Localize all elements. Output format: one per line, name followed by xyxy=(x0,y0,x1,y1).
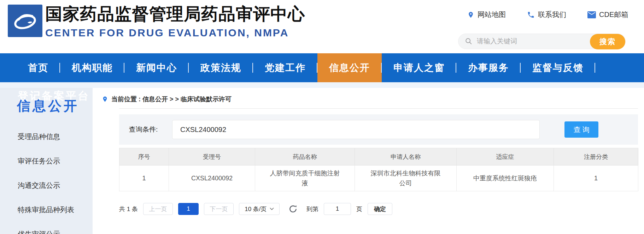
confirm-button[interactable]: 确定 xyxy=(368,203,392,215)
page: 国家药品监督管理局药品审评中心 CENTER FOR DRUG EVALUATI… xyxy=(0,0,644,234)
sidebar-item-accepted-products[interactable]: 受理品种信息 xyxy=(0,125,93,149)
column-header-index: 序号 xyxy=(119,148,169,166)
query-panel: 查询条件: 查 询 xyxy=(119,114,638,145)
cell-drug-name: 人脐带间充质干细胞注射液 xyxy=(255,166,355,191)
sidebar: 登记备案平台 信息公开 受理品种信息 审评任务公示 沟通交流公示 特殊审批品种列… xyxy=(0,88,93,234)
total-count: 共 1 条 xyxy=(119,205,138,213)
map-pin-icon xyxy=(467,11,474,19)
next-page-button[interactable]: 下一页 xyxy=(204,203,234,215)
prev-page-button[interactable]: 上一页 xyxy=(143,203,173,215)
cde-swirl-logo-icon xyxy=(10,7,40,35)
sidebar-menu: 受理品种信息 审评任务公示 沟通交流公示 特殊审批品种列表 优先审评公示 xyxy=(0,125,93,234)
phone-icon xyxy=(527,11,535,19)
nav-item-party-building[interactable]: 党建工作 xyxy=(253,53,317,82)
goto-unit-label: 页 xyxy=(356,205,362,213)
quick-links: 网站地图 联系我们 CDE邮箱 xyxy=(467,10,628,19)
nav-item-home[interactable]: 首页 xyxy=(16,53,60,82)
nav-item-info-disclosure[interactable]: 信息公开 xyxy=(317,53,382,82)
results-table: 序号 受理号 药品名称 申请人名称 适应症 注册分类 1 CXSL2400092… xyxy=(119,148,638,191)
cell-applicant: 深圳市北科生物科技有限公司 xyxy=(355,166,457,191)
header: 国家药品监督管理局药品审评中心 CENTER FOR DRUG EVALUATI… xyxy=(0,0,644,53)
quick-link-contact[interactable]: 联系我们 xyxy=(527,10,566,19)
nav-item-policy[interactable]: 政策法规 xyxy=(189,53,253,82)
sidebar-item-review-tasks[interactable]: 审评任务公示 xyxy=(0,149,93,173)
nav-item-supervision-feedback[interactable]: 监督与反馈 xyxy=(521,53,595,82)
cell-indication: 中重度系统性红斑狼疮 xyxy=(457,166,554,191)
cell-registration-class: 1 xyxy=(554,166,638,191)
current-page-button[interactable]: 1 xyxy=(178,203,199,215)
quick-link-mail[interactable]: CDE邮箱 xyxy=(587,10,628,19)
goto-page-input[interactable] xyxy=(324,203,351,215)
main-nav: 首页 机构职能 新闻中心 政策法规 党建工作 信息公开 申请人之窗 办事服务 监… xyxy=(0,53,644,82)
cde-logo[interactable] xyxy=(8,5,42,37)
quick-link-sitemap[interactable]: 网站地图 xyxy=(467,10,506,19)
query-input[interactable] xyxy=(172,120,540,139)
nav-item-news[interactable]: 新闻中心 xyxy=(124,53,189,82)
column-header-indication: 适应症 xyxy=(457,148,554,166)
table-header-row: 序号 受理号 药品名称 申请人名称 适应症 注册分类 xyxy=(119,148,638,166)
site-title: 国家药品监督管理局药品审评中心 xyxy=(45,4,305,24)
query-button[interactable]: 查 询 xyxy=(564,121,598,138)
sidebar-item-special-approval-list[interactable]: 特殊审批品种列表 xyxy=(0,198,93,222)
cell-index: 1 xyxy=(119,166,169,191)
refresh-icon[interactable] xyxy=(288,204,298,214)
chevron-down-icon xyxy=(270,208,274,210)
content-divider xyxy=(119,108,638,109)
search-button[interactable]: 搜索 xyxy=(590,34,625,49)
page-size-select[interactable]: 10 条/页 xyxy=(239,203,280,215)
column-header-drug-name: 药品名称 xyxy=(255,148,355,166)
column-header-registration-class: 注册分类 xyxy=(554,148,638,166)
location-pin-icon xyxy=(102,95,108,103)
breadcrumb-text: 当前位置 : 信息公开 > > 临床试验默示许可 xyxy=(111,95,232,103)
cell-acceptance-no: CXSL2400092 xyxy=(169,166,255,191)
nav-item-organization[interactable]: 机构职能 xyxy=(60,53,124,82)
pagination: 共 1 条 上一页 1 下一页 10 条/页 到第 页 确定 xyxy=(119,203,392,215)
sidebar-item-communication[interactable]: 沟通交流公示 xyxy=(0,173,93,198)
header-search: 搜索 xyxy=(458,34,626,49)
site-title-block: 国家药品监督管理局药品审评中心 CENTER FOR DRUG EVALUATI… xyxy=(45,4,305,39)
sidebar-section-title: 信息公开 xyxy=(17,98,79,113)
page-size-label: 10 条/页 xyxy=(245,205,267,213)
breadcrumb: 当前位置 : 信息公开 > > 临床试验默示许可 xyxy=(102,94,232,104)
quick-link-label: 网站地图 xyxy=(478,10,506,19)
sidebar-item-priority-review[interactable]: 优先审评公示 xyxy=(0,222,93,234)
site-subtitle: CENTER FOR DRUG EVALUATION, NMPA xyxy=(45,27,305,39)
quick-link-label: 联系我们 xyxy=(538,10,566,19)
nav-item-services[interactable]: 办事服务 xyxy=(456,53,521,82)
quick-link-label: CDE邮箱 xyxy=(599,10,628,19)
nav-item-applicant-window[interactable]: 申请人之窗 xyxy=(382,53,456,82)
column-header-applicant: 申请人名称 xyxy=(355,148,457,166)
query-label: 查询条件: xyxy=(129,114,158,145)
mail-icon xyxy=(587,11,596,18)
table-row: 1 CXSL2400092 人脐带间充质干细胞注射液 深圳市北科生物科技有限公司… xyxy=(119,166,638,191)
goto-label: 到第 xyxy=(306,205,318,213)
nav-subband xyxy=(0,82,644,88)
search-icon xyxy=(465,37,473,45)
column-header-acceptance-no: 受理号 xyxy=(169,148,255,166)
